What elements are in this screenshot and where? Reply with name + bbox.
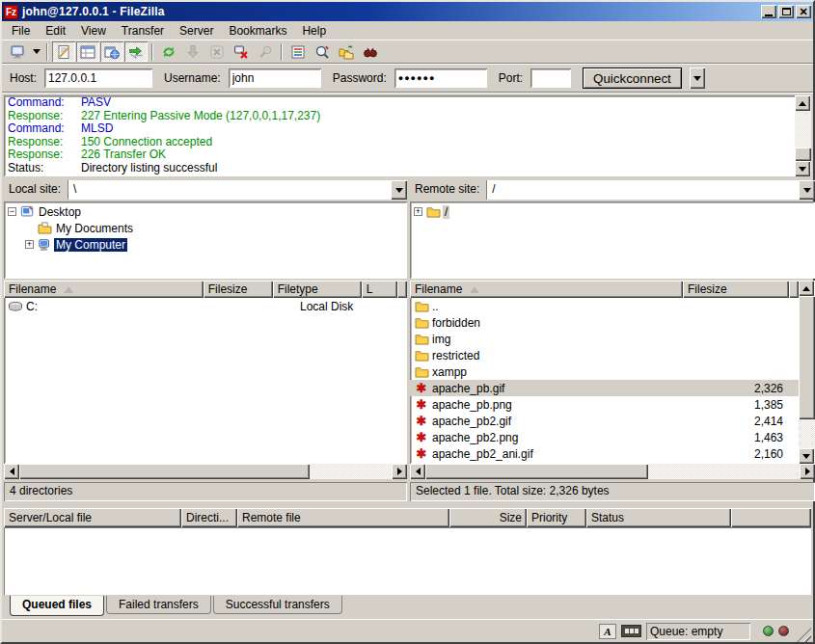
column-header-filler (397, 281, 407, 298)
site-manager-dropdown-button[interactable] (30, 41, 42, 62)
queue-column-header-status[interactable]: Status (586, 508, 731, 527)
local-site-dropdown-button[interactable] (391, 180, 407, 200)
remote-column-header-filesize[interactable]: Filesize (683, 281, 789, 298)
file-name-cell: xampp (410, 363, 683, 380)
local-column-header-filetype[interactable]: Filetype (273, 281, 362, 298)
toggle-local-tree-button[interactable] (76, 41, 99, 62)
cancel-button[interactable] (205, 41, 229, 62)
toggle-message-log-icon (56, 44, 71, 60)
message-log-scrollbar[interactable] (795, 95, 811, 176)
close-button[interactable]: ✕ (796, 5, 811, 18)
collapse-icon[interactable]: − (8, 207, 16, 216)
window-title: john@127.0.0.1 - FileZilla (22, 5, 759, 18)
queue-column-header-serverlocalfile[interactable]: Server/Local file (4, 508, 181, 527)
tab-queued-files[interactable]: Queued files (10, 596, 104, 616)
queue-column-header-directi[interactable]: Directi... (181, 508, 237, 527)
scroll-left-button[interactable] (4, 464, 19, 479)
username-input[interactable] (229, 68, 321, 88)
local-tree-item[interactable]: +My Computer (4, 236, 407, 253)
log-line: Command:PASV (8, 96, 809, 110)
reconnect-button[interactable] (254, 41, 277, 62)
minimize-button[interactable] (761, 5, 776, 18)
scroll-right-button[interactable] (800, 464, 815, 479)
scroll-down-button[interactable] (795, 161, 810, 176)
scroll-down-button[interactable] (799, 448, 814, 464)
menu-item-help[interactable]: Help (294, 22, 334, 40)
scroll-up-button[interactable] (795, 95, 810, 111)
local-column-header-filename[interactable]: Filename (4, 281, 204, 298)
scroll-up-button[interactable] (799, 281, 814, 296)
resize-grip[interactable] (797, 628, 811, 642)
scrollbar-thumb[interactable] (425, 464, 648, 479)
remote-file-row[interactable]: forbidden (410, 314, 799, 331)
queue-column-header-priority[interactable]: Priority (527, 508, 586, 527)
scroll-right-button[interactable] (392, 464, 407, 479)
remote-site-path[interactable]: / (487, 180, 799, 200)
remote-file-row[interactable]: ✱apache_pb.png1,385 (410, 396, 799, 413)
maximize-button[interactable] (778, 5, 794, 18)
compare-button[interactable] (311, 41, 334, 62)
toggle-message-log-button[interactable] (52, 41, 75, 62)
queue-column-header-size[interactable]: Size (449, 508, 527, 527)
sync-browsing-button[interactable] (335, 41, 358, 62)
remote-file-row[interactable]: ✱apache_pb.gif2,326 (410, 380, 799, 396)
scroll-right-icon (805, 468, 810, 475)
sync-browsing-icon (339, 44, 354, 60)
remote-file-row[interactable]: img (410, 331, 799, 347)
remote-file-row[interactable]: restricted (410, 347, 799, 363)
toggle-remote-tree-button[interactable] (100, 41, 123, 62)
site-manager-button[interactable] (6, 41, 29, 62)
scroll-left-button[interactable] (410, 464, 425, 479)
scrollbar-thumb[interactable] (799, 296, 815, 419)
local-tree-item[interactable]: −Desktop (4, 203, 407, 220)
host-input[interactable] (44, 68, 152, 88)
remote-vertical-scrollbar[interactable] (799, 281, 815, 464)
menu-item-bookmarks[interactable]: Bookmarks (221, 22, 294, 40)
expand-icon[interactable]: + (25, 240, 34, 249)
scrollbar-thumb[interactable] (19, 464, 310, 479)
local-tree-item[interactable]: My Documents (4, 220, 407, 236)
remote-horizontal-scrollbar[interactable] (410, 464, 815, 479)
file-size-cell: 1,385 (683, 396, 789, 413)
menu-item-server[interactable]: Server (172, 22, 221, 40)
refresh-button[interactable] (157, 41, 180, 62)
local-column-header-filesize[interactable]: Filesize (204, 281, 273, 298)
remote-file-row[interactable]: ✱apache_pb2_ani.gif2,160 (410, 445, 799, 462)
remote-site-dropdown-button[interactable] (799, 180, 815, 200)
quickconnect-button[interactable]: Quickconnect (583, 67, 682, 89)
disconnect-button[interactable] (230, 41, 253, 62)
local-file-row[interactable]: C:Local Disk (4, 298, 407, 314)
disk-icon (7, 301, 24, 312)
remote-file-row[interactable]: ✱apache_pb2.gif2,414 (410, 413, 799, 429)
speed-limit-indicator-icon[interactable] (621, 625, 641, 637)
local-column-header-l[interactable]: L (362, 281, 397, 298)
password-input[interactable] (394, 68, 487, 88)
computer-icon (38, 238, 54, 252)
menu-item-edit[interactable]: Edit (38, 22, 73, 40)
scrollbar-thumb[interactable] (795, 148, 811, 161)
menu-item-view[interactable]: View (73, 22, 114, 40)
local-horizontal-scrollbar[interactable] (4, 464, 407, 479)
process-queue-button[interactable] (181, 41, 204, 62)
toggle-transfer-queue-button[interactable] (124, 41, 148, 62)
remote-file-row[interactable]: xampp (410, 363, 799, 380)
menu-item-file[interactable]: File (4, 22, 38, 40)
remote-tree-item[interactable]: +/ (410, 203, 815, 220)
remote-pane: Remote site: / +/ FilenameFilesize ..for… (410, 178, 815, 502)
remote-file-row[interactable]: .. (410, 298, 799, 314)
tab-successful-transfers[interactable]: Successful transfers (213, 596, 342, 614)
remote-column-header-filename[interactable]: Filename (410, 281, 683, 298)
file-size-cell (222, 298, 297, 314)
tab-failed-transfers[interactable]: Failed transfers (106, 596, 211, 614)
transfer-type-indicator-icon[interactable]: A (599, 624, 616, 639)
quickconnect-dropdown-button[interactable] (690, 67, 705, 89)
filezilla-logo-icon[interactable]: Fz (4, 5, 18, 19)
queue-column-header-remotefile[interactable]: Remote file (237, 508, 449, 527)
find-button[interactable] (359, 41, 382, 62)
port-input[interactable] (530, 68, 571, 88)
filter-button[interactable] (286, 41, 310, 62)
remote-file-row[interactable]: ✱apache_pb2.png1,463 (410, 429, 799, 445)
local-site-path[interactable]: \ (68, 180, 391, 200)
expand-icon[interactable]: + (414, 207, 422, 216)
menu-item-transfer[interactable]: Transfer (114, 22, 172, 40)
